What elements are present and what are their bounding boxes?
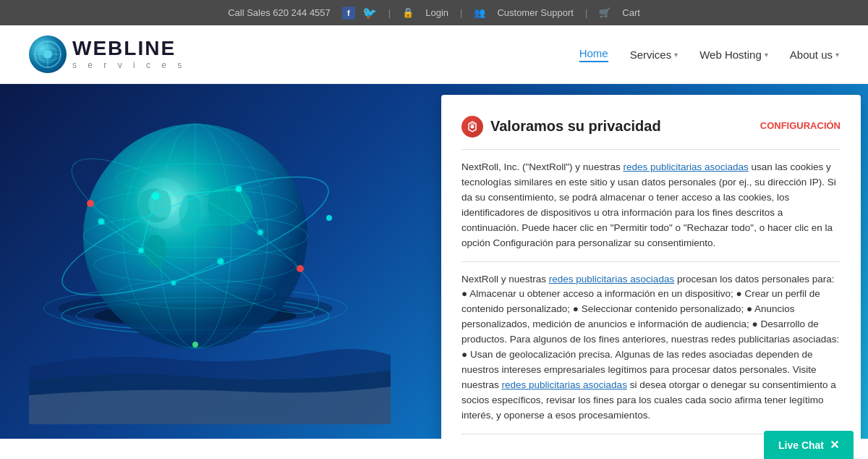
svg-point-42 xyxy=(471,125,475,128)
svg-point-38 xyxy=(87,200,94,207)
modal-divider-2 xyxy=(461,261,841,262)
svg-point-39 xyxy=(297,265,304,272)
nav-web-hosting[interactable]: Web Hosting ▾ xyxy=(699,49,768,61)
logo-image xyxy=(29,35,67,73)
svg-point-41 xyxy=(326,215,332,221)
chevron-down-icon: ▾ xyxy=(835,51,839,59)
facebook-icon[interactable]: f xyxy=(342,7,355,20)
logo-name: WEBLINE xyxy=(72,38,186,59)
logo-text: WEBLINE s e r v i c e s xyxy=(72,38,186,70)
chevron-down-icon: ▾ xyxy=(674,51,678,59)
close-icon[interactable]: ✕ xyxy=(830,438,839,439)
users-icon: 👥 xyxy=(474,7,485,18)
modal-paragraph-1: NextRoll, Inc. ("NextRoll") y nuestras r… xyxy=(461,160,841,251)
hero-section: Valoramos su privacidad CONFIGURACIÓN Ne… xyxy=(0,84,868,439)
modal-divider xyxy=(461,149,841,150)
twitter-icon[interactable]: 🐦 xyxy=(362,6,377,20)
logo: WEBLINE s e r v i c e s xyxy=(29,35,186,73)
modal-title: Valoramos su privacidad xyxy=(490,115,661,138)
separator-2: | xyxy=(460,7,462,18)
ad-networks-link-2[interactable]: redes publicitarias asociadas xyxy=(549,274,674,285)
modal-paragraph-2: NextRoll y nuestras redes publicitarias … xyxy=(461,272,841,424)
ad-networks-link-1[interactable]: redes publicitarias asociadas xyxy=(623,161,748,172)
svg-point-40 xyxy=(192,342,198,348)
lock-icon: 🔒 xyxy=(402,7,414,18)
phone-text: Call Sales 620 244 4557 xyxy=(228,7,331,18)
cart-link[interactable]: Cart xyxy=(622,7,640,18)
chevron-down-icon: ▾ xyxy=(765,51,768,59)
modal-header: Valoramos su privacidad CONFIGURACIÓN xyxy=(461,115,841,138)
live-chat-button[interactable]: Live Chat ✕ xyxy=(764,431,854,439)
config-link[interactable]: CONFIGURACIÓN xyxy=(760,119,841,133)
nav-services[interactable]: Services ▾ xyxy=(630,49,678,61)
social-icons: f 🐦 xyxy=(342,6,377,20)
nextroll-icon xyxy=(461,116,483,138)
login-link[interactable]: Login xyxy=(425,7,448,18)
separator-1: | xyxy=(388,7,391,18)
top-bar: Call Sales 620 244 4557 f 🐦 | 🔒 Login | … xyxy=(0,0,868,25)
nav-about-us[interactable]: About us ▾ xyxy=(790,49,839,61)
cart-icon: 🛒 xyxy=(599,7,610,18)
modal-overlay: Valoramos su privacidad CONFIGURACIÓN Ne… xyxy=(434,84,868,439)
modal-title-wrap: Valoramos su privacidad xyxy=(461,115,661,138)
globe-visual xyxy=(29,91,391,424)
logo-sub: s e r v i c e s xyxy=(72,60,186,70)
header: WEBLINE s e r v i c e s Home Services ▾ … xyxy=(0,25,868,84)
customer-support-link[interactable]: Customer Support xyxy=(497,7,574,18)
ad-networks-link-3[interactable]: redes publicitarias asociadas xyxy=(502,379,627,390)
main-nav: Home Services ▾ Web Hosting ▾ About us ▾ xyxy=(579,47,839,62)
privacy-modal: Valoramos su privacidad CONFIGURACIÓN Ne… xyxy=(441,95,861,439)
nav-home[interactable]: Home xyxy=(579,47,608,62)
separator-3: | xyxy=(585,7,587,18)
